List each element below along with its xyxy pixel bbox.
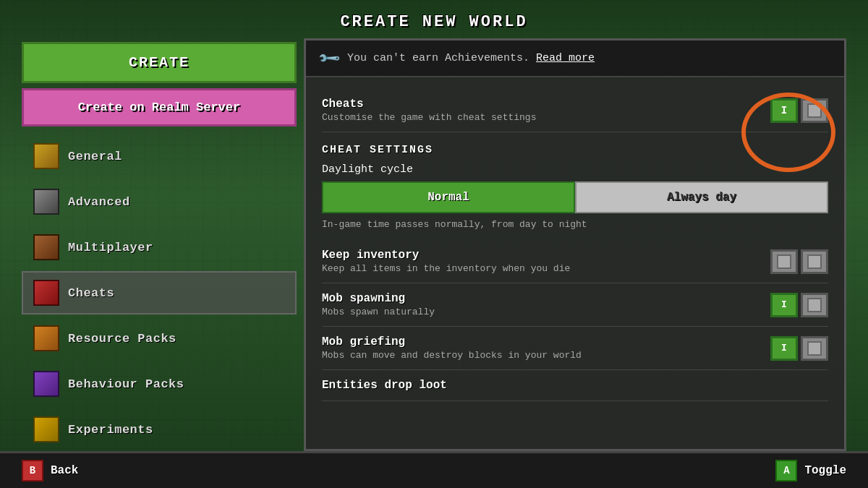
bottom-bar: B Back A Toggle [0,451,868,488]
back-icon: B [22,460,43,481]
right-panel: 🔧 You can't earn Achievements. Read more… [304,38,846,451]
sidebar-item-multiplayer[interactable]: Multiplayer [22,226,297,269]
keep-inventory-row: Keep inventory Keep all items in the inv… [322,240,828,283]
mob-spawning-sublabel: Mobs spawn naturally [322,307,435,317]
achievement-warning-icon: 🔧 [317,46,342,71]
toggle-off-indicator [801,98,828,123]
mob-griefing-sublabel: Mobs can move and destroy blocks in your… [322,350,582,361]
entities-drop-loot-info: Entities drop loot [322,379,447,392]
keep-inventory-label: Keep inventory [322,249,570,262]
keep-inventory-inner-2 [807,254,822,269]
keep-inventory-toggle-left [770,249,798,274]
daylight-always-day-btn[interactable]: Always day [575,181,828,213]
mob-spawning-info: Mob spawning Mobs spawn naturally [322,292,435,317]
mob-spawning-row: Mob spawning Mobs spawn naturally I [322,283,828,327]
page-title: CREATE NEW WORLD [0,0,868,38]
toggle-off-inner [807,103,822,118]
keep-inventory-toggle[interactable] [770,249,828,274]
daylight-cycle-hint: In-game time passes normally, from day t… [322,219,828,230]
cheats-icon [33,280,59,306]
mob-griefing-info: Mob griefing Mobs can move and destroy b… [322,335,582,361]
toggle-icon: A [775,460,797,481]
main-container: CREATE NEW WORLD CREATE Create on Realm … [0,0,868,488]
sidebar-label-multiplayer: Multiplayer [68,241,153,254]
sidebar-label-general: General [68,150,122,163]
sidebar-item-advanced[interactable]: Advanced [22,180,297,223]
general-icon [33,143,59,169]
experiments-icon [33,416,59,442]
sidebar-label-resource-packs: Resource Packs [68,332,176,346]
create-button[interactable]: CREATE [22,42,297,83]
sidebar-item-general[interactable]: General [22,134,297,178]
sidebar-item-behaviour-packs[interactable]: Behaviour Packs [22,362,297,406]
mob-griefing-row: Mob griefing Mobs can move and destroy b… [322,327,828,370]
behaviour-packs-icon [33,371,59,397]
mob-spawning-toggle-on: I [770,293,798,317]
cheats-setting-info: Cheats Customise the game with cheat set… [322,98,536,123]
back-label: Back [51,464,78,477]
cheats-sublabel: Customise the game with cheat settings [322,112,536,123]
sidebar-item-experiments[interactable]: Experiments [22,408,297,451]
sidebar-label-cheats: Cheats [68,286,114,300]
keep-inventory-inner [777,254,791,269]
sidebar-item-resource-packs[interactable]: Resource Packs [22,317,297,360]
toggle-button[interactable]: A Toggle [775,460,846,481]
content-area: CREATE Create on Realm Server General Ad… [0,38,868,451]
cheats-toggle-wrapper: I [770,98,828,123]
entities-drop-loot-label: Entities drop loot [322,379,447,392]
sidebar-label-experiments: Experiments [68,423,153,437]
read-more-link[interactable]: Read more [536,52,595,64]
daylight-normal-btn[interactable]: Normal [322,181,575,213]
cheats-toggle[interactable]: I [770,98,828,123]
mob-spawning-label: Mob spawning [322,292,435,305]
panel-content: Cheats Customise the game with cheat set… [306,77,844,449]
cheats-setting-row: Cheats Customise the game with cheat set… [322,89,828,132]
resource-packs-icon [33,325,59,351]
toggle-on-indicator: I [770,98,798,123]
sidebar-item-cheats[interactable]: Cheats [22,271,297,314]
daylight-cycle-toggle-group: Normal Always day [322,181,828,213]
mob-griefing-label: Mob griefing [322,335,582,348]
mob-griefing-toggle-off [801,336,828,361]
sidebar: CREATE Create on Realm Server General Ad… [22,38,297,451]
mob-spawning-toggle[interactable]: I [770,293,828,317]
achievement-warning-bar: 🔧 You can't earn Achievements. Read more [306,40,844,77]
advanced-icon [33,189,59,215]
multiplayer-icon [33,234,59,260]
sidebar-label-advanced: Advanced [68,195,130,209]
keep-inventory-info: Keep inventory Keep all items in the inv… [322,249,570,274]
realm-button[interactable]: Create on Realm Server [22,88,297,127]
keep-inventory-toggle-right [801,249,828,274]
mob-griefing-toggle-on: I [770,336,798,361]
toggle-label: Toggle [804,464,846,477]
back-button[interactable]: B Back [22,460,78,481]
keep-inventory-sublabel: Keep all items in the inventory when you… [322,263,570,274]
cheats-label: Cheats [322,98,536,111]
cheat-settings-heading: CHEAT SETTINGS [322,144,828,156]
achievement-warning-text: You can't earn Achievements. Read more [347,52,595,64]
mob-griefing-toggle[interactable]: I [770,336,828,361]
daylight-cycle-label: Daylight cycle [322,163,828,176]
sidebar-label-behaviour-packs: Behaviour Packs [68,377,184,391]
mob-spawning-toggle-off [801,293,828,317]
entities-drop-loot-row: Entities drop loot [322,370,828,401]
